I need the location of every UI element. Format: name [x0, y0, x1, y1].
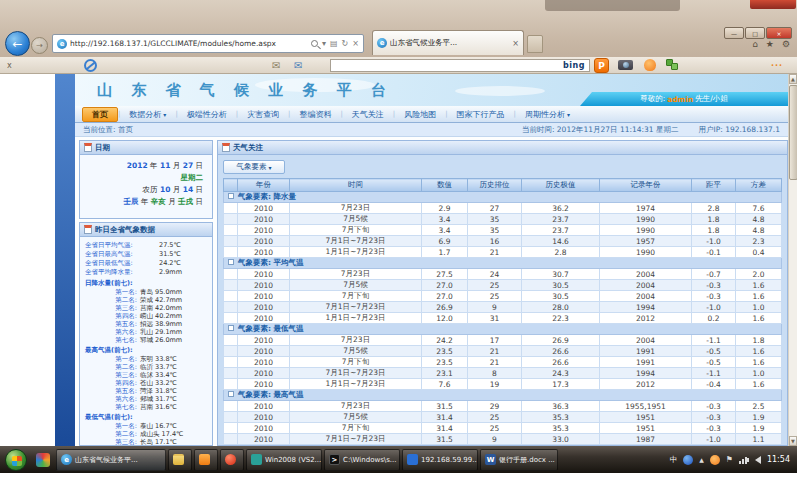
column-header-6[interactable]: 距平: [692, 179, 736, 192]
nav-item-3[interactable]: 灾害查询: [238, 108, 288, 121]
nav-item-0[interactable]: 首页: [82, 107, 118, 122]
cell: 1990: [600, 214, 692, 225]
taskbar-button-4[interactable]: Win2008 (VS2...: [246, 449, 322, 471]
url-text[interactable]: http://192.168.137.1/GLCCLIMATE/modules/…: [70, 39, 309, 48]
table-row[interactable]: 20107月下旬23.52126.61991-0.51.6: [224, 357, 782, 368]
toolbar-close-button[interactable]: x: [7, 61, 12, 70]
table-row[interactable]: 20107月5候27.02530.52004-0.31.6: [224, 280, 782, 291]
table-row[interactable]: 20101月1日~7月23日7.61917.32012-0.41.6: [224, 379, 782, 390]
taskbar-button-2[interactable]: [194, 449, 218, 471]
toolbar-logo-icon[interactable]: [84, 59, 97, 72]
taskbar-button-5[interactable]: >C:\Windows\s...: [324, 449, 400, 471]
table-group-row[interactable]: 气象要素: 最低气温: [224, 324, 782, 335]
tray-expand-icon[interactable]: ▲: [699, 456, 704, 463]
home-icon[interactable]: ⌂: [752, 39, 758, 49]
search-icon[interactable]: [311, 40, 318, 47]
stop-icon[interactable]: ×: [352, 39, 359, 48]
table-row[interactable]: 20107月23日24.21726.92004-1.11.8: [224, 335, 782, 346]
table-row[interactable]: 20107月下旬31.42535.31951-0.31.9: [224, 423, 782, 434]
column-header-3[interactable]: 历史排位: [468, 179, 522, 192]
nav-item-8[interactable]: 周期性分析▾: [516, 108, 579, 121]
table-row[interactable]: 20107月23日31.52936.31955,1951-0.32.5: [224, 401, 782, 412]
cell: 1.6: [736, 291, 782, 302]
column-header-7[interactable]: 方差: [736, 179, 782, 192]
ime-indicator[interactable]: 中: [670, 455, 678, 465]
collapse-box-icon[interactable]: [228, 391, 234, 397]
cell: 26.9: [422, 302, 468, 313]
date-text: 日: [193, 197, 203, 206]
start-button[interactable]: [5, 449, 27, 471]
speaker-icon[interactable]: [755, 456, 761, 464]
search-go-button[interactable]: P: [594, 58, 609, 73]
table-row[interactable]: 20107月下旬27.02530.52004-0.31.6: [224, 291, 782, 302]
nav-item-7[interactable]: 国家下行产品: [448, 108, 514, 121]
taskbar-button-7[interactable]: W银行手册.docx ...: [480, 449, 558, 471]
minimize-button[interactable]: —: [724, 27, 744, 39]
table-group-row[interactable]: 气象要素: 降水量: [224, 192, 782, 203]
table-row[interactable]: 20107月23日27.52430.72004-0.72.0: [224, 269, 782, 280]
column-header-1[interactable]: 时间: [290, 179, 422, 192]
table-group-row[interactable]: 气象要素: 平均气温: [224, 258, 782, 269]
table-group-row[interactable]: 气象要素: 最高气温: [224, 390, 782, 401]
address-bar[interactable]: e http://192.168.137.1/GLCCLIMATE/module…: [52, 34, 364, 53]
nav-item-6[interactable]: 风险地图: [395, 108, 445, 121]
column-header-0[interactable]: 年份: [238, 179, 290, 192]
taskbar-button-3[interactable]: [220, 449, 244, 471]
table-row[interactable]: 20107月1日~7月23日31.5933.01987-1.01.1: [224, 434, 782, 445]
collapse-box-icon[interactable]: [228, 259, 234, 265]
table-row[interactable]: 20101月1日~7月23日1.7212.81990-0.10.4: [224, 247, 782, 258]
scroll-down-icon[interactable]: ▼: [789, 436, 797, 446]
camera-icon[interactable]: [618, 60, 633, 70]
action-center-icon[interactable]: ⚑: [726, 455, 733, 464]
table-row[interactable]: 20107月1日~7月23日23.1824.31994-1.11.0: [224, 368, 782, 379]
compatibility-icon[interactable]: ▤: [330, 39, 338, 48]
taskbar-button-1[interactable]: [168, 449, 192, 471]
column-header-4[interactable]: 历史极值: [522, 179, 600, 192]
refresh-icon[interactable]: ↻: [342, 39, 349, 48]
vertical-scrollbar[interactable]: ▲ ▼: [788, 74, 797, 446]
clock[interactable]: 11:54: [767, 455, 790, 464]
close-button[interactable]: ×: [766, 27, 792, 39]
scrollbar-thumb[interactable]: [789, 85, 797, 180]
table-row[interactable]: 20107月下旬3.43523.719901.84.8: [224, 225, 782, 236]
column-header-2[interactable]: 数值: [422, 179, 468, 192]
table-row[interactable]: 20107月23日2.92736.219742.87.6: [224, 203, 782, 214]
table-row[interactable]: 20107月1日~7月23日26.9928.01994-1.01.0: [224, 302, 782, 313]
group-cell: 气象要素: 降水量: [224, 192, 782, 203]
maximize-button[interactable]: □: [745, 27, 765, 39]
taskbar-button-6[interactable]: 192.168.59.99...: [402, 449, 478, 471]
mail-open-icon[interactable]: ✉: [294, 60, 302, 71]
nav-item-2[interactable]: 极端性分析: [178, 108, 236, 121]
tray-app-icon[interactable]: [683, 455, 693, 465]
collapse-box-icon[interactable]: [228, 193, 234, 199]
taskbar-button-0[interactable]: e山东省气候业务平...: [56, 449, 166, 471]
table-row[interactable]: 20107月5候23.52126.61991-0.51.6: [224, 346, 782, 357]
mail-icon[interactable]: ✉: [272, 60, 280, 71]
back-button[interactable]: ←: [5, 31, 30, 56]
pet-icon[interactable]: [644, 59, 656, 71]
nav-item-5[interactable]: 天气关注: [343, 108, 393, 121]
browser-tab[interactable]: e 山东省气候业务平... ×: [372, 30, 524, 55]
plugins-icon[interactable]: [666, 59, 679, 71]
forward-button[interactable]: →: [31, 37, 48, 54]
collapse-box-icon[interactable]: [228, 325, 234, 331]
column-header-5[interactable]: 记录年份: [600, 179, 692, 192]
new-tab-button[interactable]: [527, 35, 543, 53]
chevron-down-icon: ▾: [268, 164, 271, 171]
scroll-up-icon[interactable]: ▲: [789, 74, 797, 84]
tab-close-icon[interactable]: ×: [512, 39, 519, 48]
nav-item-1[interactable]: 数据分析▾: [120, 108, 175, 121]
table-row[interactable]: 20107月5候3.43523.719901.84.8: [224, 214, 782, 225]
tray-pet-icon[interactable]: [710, 455, 720, 465]
table-row[interactable]: 20101月1日~7月23日12.03122.320120.21.6: [224, 313, 782, 324]
pinned-app-icon[interactable]: [36, 453, 50, 467]
table-row[interactable]: 20107月1日~7月23日6.91614.61957-1.02.3: [224, 236, 782, 247]
nav-item-4[interactable]: 整编资料: [290, 108, 340, 121]
search-dropdown-icon[interactable]: ▾: [322, 39, 326, 48]
favorites-icon[interactable]: ★: [766, 39, 774, 49]
toolbar-more-icon[interactable]: ···: [771, 61, 783, 70]
tools-icon[interactable]: ⚙: [782, 39, 790, 49]
table-row[interactable]: 20107月5候31.42535.31951-0.31.9: [224, 412, 782, 423]
element-filter-button[interactable]: 气象要素 ▾: [223, 160, 285, 174]
toolbar-search-input[interactable]: bing: [330, 59, 590, 72]
